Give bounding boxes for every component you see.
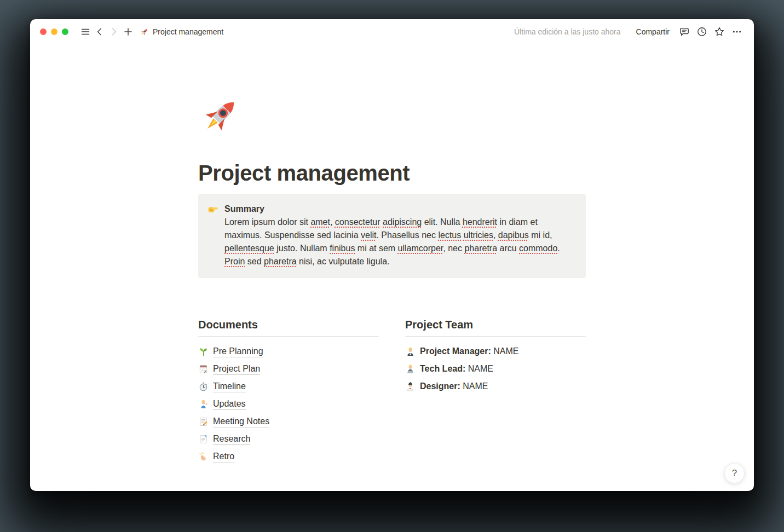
document-link-row: Research bbox=[198, 430, 379, 448]
callout-pointing-right-icon[interactable] bbox=[207, 203, 219, 215]
document-link[interactable]: Pre Planning bbox=[213, 345, 263, 357]
team-member-name: NAME bbox=[463, 381, 488, 391]
share-button[interactable]: Compartir bbox=[632, 25, 674, 38]
misspelled-word: lectus bbox=[438, 230, 461, 240]
forward-button[interactable] bbox=[107, 25, 121, 39]
callout-body: Lorem ipsum dolor sit amet, consectetur … bbox=[224, 216, 577, 268]
document-link[interactable]: Project Plan bbox=[213, 363, 260, 375]
clock-icon bbox=[696, 26, 707, 37]
team-heading: Project Team bbox=[405, 317, 586, 332]
hamburger-menu-icon bbox=[80, 27, 90, 37]
callout-text-segment: justo. Nullam bbox=[274, 244, 330, 253]
callout-text-segment: mi at sem bbox=[355, 244, 397, 253]
team-member-text: Project Manager: NAME bbox=[420, 346, 519, 356]
favorite-button[interactable] bbox=[712, 25, 727, 39]
document-link[interactable]: Updates bbox=[213, 398, 246, 410]
woman-office-worker-icon bbox=[405, 346, 416, 357]
document-link[interactable]: Meeting Notes bbox=[213, 415, 269, 427]
misspelled-word: amet bbox=[310, 217, 330, 227]
technologist-icon bbox=[405, 364, 416, 374]
document-link-row: Updates bbox=[198, 395, 379, 413]
callout-text-segment: , bbox=[330, 217, 335, 227]
app-window: Project management Última edición a las … bbox=[30, 19, 754, 491]
minimize-button[interactable] bbox=[51, 28, 57, 35]
misspelled-word: pellentesque bbox=[224, 244, 274, 253]
window-controls bbox=[40, 28, 68, 35]
team-member-text: Tech Lead: NAME bbox=[420, 364, 493, 374]
document-link-row: Meeting Notes bbox=[198, 413, 379, 430]
seedling-icon bbox=[198, 346, 209, 357]
history-button[interactable] bbox=[695, 25, 709, 39]
plus-icon bbox=[123, 27, 133, 37]
notepad-icon bbox=[198, 364, 209, 374]
callout-text-segment: . bbox=[557, 244, 560, 253]
help-button[interactable]: ? bbox=[724, 463, 745, 483]
team-member-role: Tech Lead: bbox=[420, 364, 468, 373]
comments-button[interactable] bbox=[677, 25, 691, 39]
team-member-row: Designer: NAME bbox=[405, 378, 586, 395]
page-title[interactable]: Project management bbox=[198, 161, 586, 185]
misspelled-word: Proin bbox=[224, 257, 245, 266]
callout-heading: Summary bbox=[224, 203, 577, 216]
misspelled-word: adipiscing bbox=[383, 217, 422, 227]
divider bbox=[198, 336, 379, 337]
team-section: Project Team Project Manager: NAMETech L… bbox=[405, 317, 586, 465]
document-link-row: Project Plan bbox=[198, 360, 379, 378]
document-link[interactable]: Retro bbox=[213, 450, 234, 462]
misspelled-word: pharetra bbox=[264, 257, 297, 266]
chevron-left-icon bbox=[95, 27, 105, 37]
breadcrumb[interactable]: Project management bbox=[140, 27, 223, 37]
comment-bubble-icon bbox=[679, 26, 690, 37]
ellipsis-icon bbox=[731, 26, 742, 37]
misspelled-word: finibus bbox=[330, 244, 355, 253]
misspelled-word: ultricies bbox=[464, 230, 493, 240]
callout-text-segment: , nec bbox=[443, 244, 464, 253]
misspelled-word: dapibus bbox=[498, 230, 529, 240]
documents-list: Pre PlanningProject PlanTimelineUpdatesM… bbox=[198, 343, 379, 465]
stopwatch-icon bbox=[198, 381, 209, 392]
star-icon bbox=[714, 26, 725, 37]
team-member-role: Project Manager: bbox=[420, 346, 493, 356]
callout-text-segment: elit. Nulla bbox=[422, 217, 463, 227]
memo-icon bbox=[198, 417, 209, 427]
document-link[interactable]: Timeline bbox=[213, 380, 246, 392]
callout-text-segment: sed bbox=[245, 257, 264, 266]
clapping-hands-icon bbox=[198, 452, 209, 462]
page-icon-rocket[interactable] bbox=[198, 94, 242, 138]
team-member-text: Designer: NAME bbox=[420, 381, 488, 391]
sidebar-menu-button[interactable] bbox=[78, 25, 93, 39]
team-member-name: NAME bbox=[493, 346, 518, 356]
callout-text-segment: arcu bbox=[497, 244, 519, 253]
callout-text-segment: , bbox=[493, 230, 498, 240]
more-options-button[interactable] bbox=[730, 25, 744, 39]
document-link-row: Timeline bbox=[198, 378, 379, 395]
callout-text-segment: nisi, ac vulputate ligula. bbox=[297, 257, 390, 266]
misspelled-word: pharetra bbox=[464, 244, 497, 253]
breadcrumb-title: Project management bbox=[153, 27, 223, 36]
page-content: Project management Summary Lorem ipsum d… bbox=[30, 44, 754, 491]
team-member-name: NAME bbox=[468, 364, 493, 373]
zoom-button[interactable] bbox=[62, 28, 68, 35]
misspelled-word: ullamcorper bbox=[398, 244, 443, 253]
divider bbox=[405, 336, 586, 337]
document-link-row: Retro bbox=[198, 448, 379, 465]
person-tipping-hand-icon bbox=[198, 399, 209, 409]
last-edited-label: Última edición a las justo ahora bbox=[514, 27, 621, 36]
team-member-row: Tech Lead: NAME bbox=[405, 360, 586, 378]
team-list: Project Manager: NAMETech Lead: NAMEDesi… bbox=[405, 343, 586, 395]
callout-text-segment: Lorem ipsum dolor sit bbox=[224, 217, 310, 227]
callout-text: Summary Lorem ipsum dolor sit amet, cons… bbox=[224, 203, 577, 268]
new-page-button[interactable] bbox=[121, 25, 135, 39]
misspelled-word: hendrerit bbox=[463, 217, 497, 227]
titlebar: Project management Última edición a las … bbox=[30, 19, 754, 44]
callout-text-segment: . Phasellus nec bbox=[376, 230, 438, 240]
back-button[interactable] bbox=[93, 25, 107, 39]
documents-section: Documents Pre PlanningProject PlanTimeli… bbox=[198, 317, 379, 465]
misspelled-word: velit bbox=[361, 230, 376, 240]
bookmark-tabs-icon bbox=[198, 434, 209, 444]
close-button[interactable] bbox=[40, 28, 47, 35]
document-link[interactable]: Research bbox=[213, 433, 250, 445]
titlebar-actions: Última edición a las justo ahora Compart… bbox=[514, 25, 744, 39]
document-link-row: Pre Planning bbox=[198, 343, 379, 360]
team-member-row: Project Manager: NAME bbox=[405, 343, 586, 360]
